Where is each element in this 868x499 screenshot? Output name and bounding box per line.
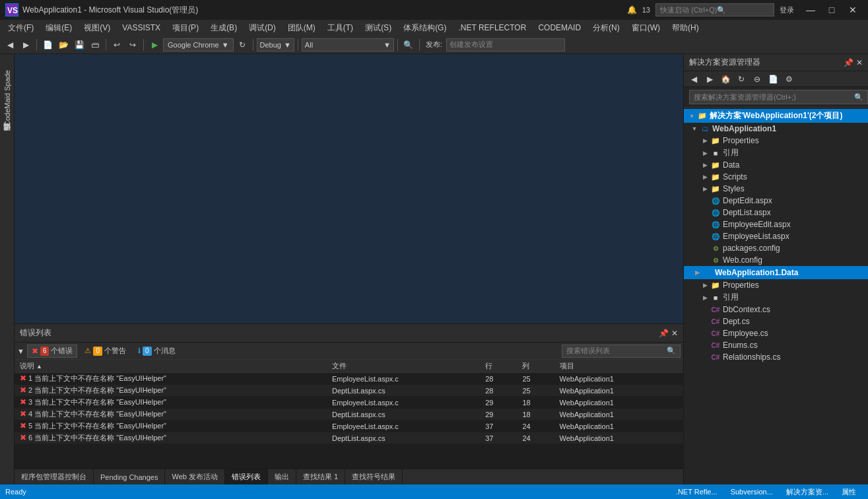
quick-launch[interactable]: 快速启动 (Ctrl+Q) 🔍 [655,3,774,17]
tree-item[interactable]: ⚙Web.config [684,254,868,266]
save-button[interactable]: 💾 [72,38,86,52]
tree-item[interactable]: 🌐EmployeeList.aspx [684,230,868,242]
minimize-button[interactable]: — [801,0,820,20]
tree-item[interactable]: ▶🗂WebApplication1.Data [684,266,868,279]
start-button[interactable]: ▶ [147,38,162,52]
se-close-icon[interactable]: ✕ [856,58,863,67]
se-back-btn[interactable]: ◀ [686,72,701,86]
back-button[interactable]: ◀ [3,38,17,52]
notification-icon[interactable]: 🔔 [627,5,637,15]
pin-icon[interactable]: 📌 [659,329,669,338]
bottom-tab-5[interactable]: 查找结果 1 [296,469,345,484]
menu-item-n[interactable]: 分析(N) [587,20,625,36]
filter-icon[interactable]: ▼ [17,347,24,355]
maximize-button[interactable]: □ [822,0,842,20]
se-fwd-btn[interactable]: ▶ [702,72,717,86]
se-search[interactable]: 搜索解决方案资源管理器(Ctrl+;) 🔍 [689,90,868,104]
platform-dropdown[interactable]: All ▼ [302,38,394,51]
col-desc[interactable]: 说明▲ [15,360,327,373]
menu-item-d[interactable]: 调试(D) [244,20,281,36]
table-row[interactable]: ✖ 6 当前上下文中不存在名称 "EasyUIHelper"DeptList.a… [15,432,683,444]
code-editor[interactable] [15,54,683,323]
ep-search[interactable]: 搜索错误列表 🔍 [562,345,681,358]
warnings-filter[interactable]: ⚠ 0 个警告 [80,345,131,358]
col-project[interactable]: 项目 [554,360,683,373]
col-col[interactable]: 列 [517,360,554,373]
tree-item[interactable]: ⚙packages.config [684,242,868,254]
se-showfiles-btn[interactable]: 📄 [766,72,780,86]
table-row[interactable]: ✖ 4 当前上下文中不存在名称 "EasyUIHelper"DeptList.a… [15,409,683,420]
login-button[interactable]: 登录 [780,5,794,15]
undo-button[interactable]: ↩ [110,38,124,52]
menu-item-p[interactable]: 项目(P) [167,20,204,36]
menu-item-vassistx[interactable]: VASSISTX [117,20,166,36]
tree-item[interactable]: ▶📁Styles [684,183,868,195]
messages-filter[interactable]: ℹ 0 个消息 [133,345,180,358]
tree-item[interactable]: 🌐DeptList.aspx [684,207,868,218]
col-line[interactable]: 行 [480,360,517,373]
properties-status[interactable]: 属性 [835,484,863,499]
menu-item-netreflector[interactable]: .NET REFLECTOR [453,20,531,36]
project1-item[interactable]: ▼ 🗂 WebApplication1 [684,123,868,135]
find-button[interactable]: 🔍 [401,38,416,52]
forward-button[interactable]: ▶ [18,38,33,52]
subversion-status[interactable]: Subversion... [724,484,780,499]
new-file-button[interactable]: 📄 [40,38,55,52]
menu-item-g[interactable]: 体系结构(G) [398,20,451,36]
se-settings-btn[interactable]: ⚙ [782,72,796,86]
col-file[interactable]: 文件 [327,360,480,373]
menu-item-e[interactable]: 编辑(E) [40,20,77,36]
menu-item-b[interactable]: 生成(B) [205,20,242,36]
se-root[interactable]: ▼ 📁 解决方案'WebApplication1'(2个项目) [684,109,868,123]
open-button[interactable]: 📂 [56,38,71,52]
errors-filter[interactable]: ✖ 6 个错误 [27,345,78,358]
bottom-tab-1[interactable]: Pending Changes [94,469,165,484]
tree-item[interactable]: ▶📁Data [684,159,868,171]
menu-item-f[interactable]: 文件(F) [3,20,39,36]
redo-button[interactable]: ↪ [125,38,140,52]
bottom-tab-0[interactable]: 程序包管理器控制台 [15,469,94,484]
tree-item[interactable]: C#Enums.cs [684,339,868,351]
tree-item[interactable]: C#Dept.cs [684,316,868,327]
tree-item[interactable]: 🌐DeptEdit.aspx [684,195,868,207]
bottom-tab-3[interactable]: 错误列表 [225,469,268,484]
bottom-tab-4[interactable]: 输出 [268,469,296,484]
table-row[interactable]: ✖ 3 当前上下文中不存在名称 "EasyUIHelper"EmployeeLi… [15,397,683,409]
chrome-dropdown[interactable]: Google Chrome ▼ [163,38,234,51]
table-row[interactable]: ✖ 1 当前上下文中不存在名称 "EasyUIHelper"EmployeeLi… [15,373,683,385]
codemaid-tab[interactable]: CodeMaid Spade [1,65,14,131]
tree-item[interactable]: ▶📁Properties [684,279,868,291]
menu-item-s[interactable]: 测试(S) [360,20,397,36]
tree-item[interactable]: ▶■引用 [684,291,868,304]
tree-item[interactable]: 🌐EmployeeEdit.aspx [684,218,868,230]
tree-item[interactable]: C#DbContext.cs [684,304,868,316]
tree-item[interactable]: ▶📁Scripts [684,171,868,183]
table-row[interactable]: ✖ 2 当前上下文中不存在名称 "EasyUIHelper"DeptList.a… [15,385,683,397]
tree-item[interactable]: C#Relationships.cs [684,351,868,363]
menu-item-h[interactable]: 帮助(H) [667,20,704,36]
net-reflector-status[interactable]: .NET Refle... [669,484,724,499]
tree-item[interactable]: C#Employee.cs [684,327,868,339]
publish-input[interactable]: 创建发布设置 [446,38,565,51]
se-refresh-btn[interactable]: ↻ [734,72,749,86]
solution-status[interactable]: 解决方案资... [780,484,835,499]
debug-dropdown[interactable]: Debug ▼ [257,38,294,51]
bottom-tab-2[interactable]: Web 发布活动 [165,469,224,484]
menu-item-w[interactable]: 窗口(W) [626,20,665,36]
menu-item-codemaid[interactable]: CODEMAID [533,20,586,36]
toolbox-tab[interactable]: 工具箱 [0,54,15,65]
se-home-btn[interactable]: 🏠 [718,72,733,86]
se-collapse-btn[interactable]: ⊖ [750,72,764,86]
menu-item-m[interactable]: 团队(M) [283,20,321,36]
refresh-button[interactable]: ↻ [235,38,250,52]
tree-item[interactable]: ▶📁Properties [684,135,868,147]
close-panel-icon[interactable]: ✕ [671,329,678,338]
table-row[interactable]: ✖ 5 当前上下文中不存在名称 "EasyUIHelper"EmployeeLi… [15,420,683,432]
se-pin-icon[interactable]: 📌 [844,58,853,67]
close-button[interactable]: ✕ [843,0,863,20]
bottom-tab-6[interactable]: 查找符号结果 [345,469,403,484]
debugger-tab[interactable]: 绑定调试器 [0,131,15,142]
menu-item-v[interactable]: 视图(V) [79,20,116,36]
menu-item-t[interactable]: 工具(T) [322,20,358,36]
save-all-button[interactable]: 🗃 [88,38,102,52]
